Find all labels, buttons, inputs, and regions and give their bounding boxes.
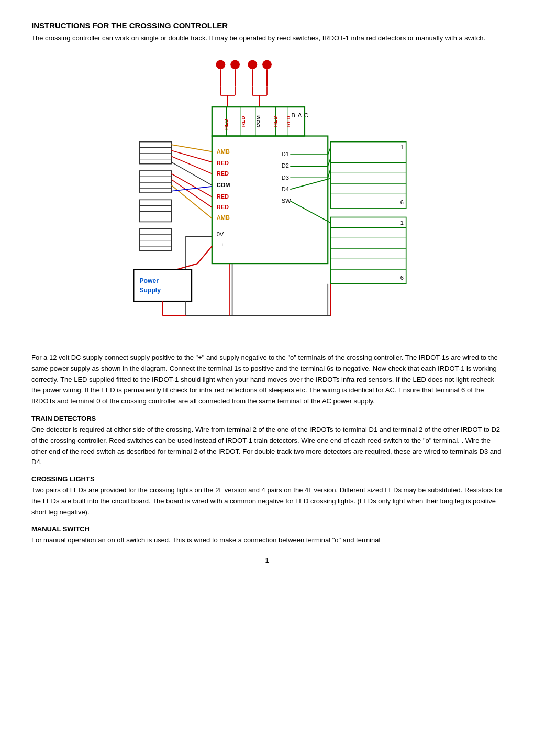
crossing-lights-title: CROSSING LIGHTS <box>31 475 503 483</box>
svg-rect-33 <box>212 136 328 264</box>
svg-text:0V: 0V <box>217 231 224 237</box>
svg-text:6: 6 <box>400 275 404 281</box>
svg-text:COM: COM <box>217 181 230 188</box>
svg-line-55 <box>171 162 212 185</box>
circuit-diagram: RED RED COM RED RED B A C AMB RED RED CO… <box>105 52 429 332</box>
svg-text:Supply: Supply <box>139 287 161 294</box>
svg-line-52 <box>171 145 212 151</box>
svg-text:AMB: AMB <box>217 148 230 154</box>
svg-text:1: 1 <box>400 144 404 150</box>
svg-text:RED: RED <box>272 116 278 127</box>
svg-text:Power: Power <box>139 277 159 284</box>
page-title: INSTRUCTIONS FOR THE CROSSING CONTROLLER <box>31 21 503 30</box>
svg-point-3 <box>230 60 240 69</box>
svg-rect-48 <box>139 141 171 163</box>
svg-text:AMB: AMB <box>217 214 230 220</box>
svg-line-95 <box>290 201 330 223</box>
svg-point-5 <box>248 60 257 69</box>
svg-text:SW: SW <box>282 197 291 203</box>
svg-line-96 <box>197 246 212 263</box>
svg-text:RED: RED <box>217 159 229 166</box>
svg-point-7 <box>262 60 272 69</box>
svg-line-94 <box>290 178 330 189</box>
svg-rect-56 <box>139 170 171 192</box>
svg-text:D4: D4 <box>282 185 289 192</box>
svg-rect-64 <box>139 200 171 222</box>
svg-text:A: A <box>298 112 302 118</box>
svg-text:6: 6 <box>400 199 404 205</box>
svg-text:C: C <box>304 112 308 118</box>
svg-text:+: + <box>220 241 224 247</box>
svg-text:RED: RED <box>217 204 229 210</box>
svg-point-1 <box>216 60 226 69</box>
manual-switch-title: MANUAL SWITCH <box>31 525 503 533</box>
svg-text:1: 1 <box>400 219 404 225</box>
svg-text:D2: D2 <box>282 162 289 169</box>
svg-text:D1: D1 <box>282 151 289 157</box>
page-number: 1 <box>31 556 503 564</box>
train-detectors-title: TRAIN DETECTORS <box>31 414 503 422</box>
svg-rect-100 <box>134 269 192 301</box>
svg-text:RED: RED <box>223 118 229 129</box>
svg-rect-68 <box>139 228 171 250</box>
crossing-lights-body: Two pairs of LEDs are provided for the c… <box>31 485 503 518</box>
svg-rect-80 <box>331 217 406 283</box>
svg-line-63 <box>171 186 212 191</box>
svg-line-53 <box>171 150 212 162</box>
svg-rect-72 <box>331 141 406 208</box>
svg-text:B: B <box>291 112 295 118</box>
svg-text:RED: RED <box>285 116 291 127</box>
svg-text:D3: D3 <box>282 174 289 180</box>
svg-text:COM: COM <box>255 115 261 127</box>
train-detectors-body: One detector is required at either side … <box>31 424 503 468</box>
intro-paragraph: The crossing controller can work on sing… <box>31 33 503 43</box>
svg-text:RED: RED <box>217 193 229 200</box>
svg-text:RED: RED <box>217 170 229 176</box>
svg-line-54 <box>171 156 212 173</box>
body-paragraph-1: For a 12 volt DC supply connect supply p… <box>31 353 503 407</box>
svg-text:RED: RED <box>240 116 246 127</box>
manual-switch-body: For manual operation an on off switch is… <box>31 535 503 546</box>
